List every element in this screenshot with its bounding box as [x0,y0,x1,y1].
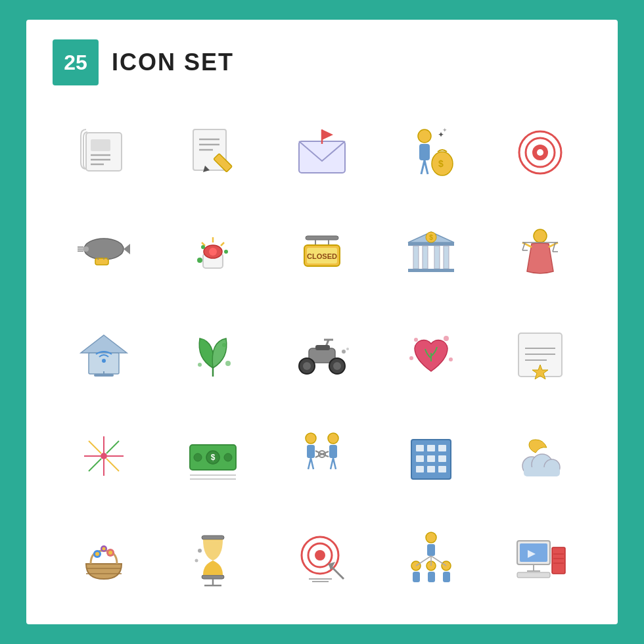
svg-point-43 [224,250,228,254]
svg-text:✦: ✦ [442,127,448,133]
icon-hourglass [162,510,264,605]
icon-night-cloud [489,409,591,503]
svg-point-149 [108,551,112,555]
icon-target-arrow [271,510,373,605]
svg-line-17 [425,160,428,174]
svg-rect-134 [416,455,424,462]
svg-marker-68 [81,335,127,353]
svg-line-41 [221,242,224,246]
svg-text:$: $ [438,158,444,169]
svg-point-60 [534,229,547,242]
svg-point-82 [333,362,341,370]
svg-marker-13 [322,129,333,140]
icon-woman-justice [489,206,591,301]
svg-point-32 [83,246,89,252]
svg-line-105 [106,441,119,453]
svg-point-80 [303,362,311,370]
svg-rect-138 [427,466,435,472]
header: 25 ICON SET [53,39,591,85]
icon-newspaper [53,105,155,200]
icon-target [489,105,591,200]
icon-heart-plant [380,308,482,402]
svg-rect-168 [413,572,420,582]
icon-closed-sign: CLOSED [271,206,373,301]
svg-point-38 [209,248,217,256]
svg-point-14 [418,129,431,143]
svg-text:$: $ [429,234,433,241]
svg-rect-122 [329,445,337,458]
svg-rect-57 [408,269,454,272]
icon-leaf [162,308,264,402]
icon-certificate [489,308,591,402]
svg-rect-11 [299,141,345,173]
badge-number: 25 [53,39,99,85]
svg-point-76 [198,363,202,367]
svg-point-87 [346,348,349,350]
icon-computer-book [489,510,591,605]
icon-bank: $ [380,206,482,301]
page-title: ICON SET [112,49,234,76]
svg-rect-27 [95,258,108,265]
svg-point-147 [95,552,99,556]
svg-point-92 [449,357,453,361]
svg-rect-52 [408,242,454,246]
icon-edit-document [162,105,264,200]
svg-rect-139 [438,466,446,472]
svg-point-98 [101,453,107,459]
svg-line-62 [549,242,558,247]
svg-rect-85 [315,345,330,350]
svg-point-121 [328,433,338,444]
icons-grid: ✦ ✦ $ [53,105,591,605]
svg-point-113 [194,453,202,461]
svg-rect-69 [89,353,119,374]
svg-point-91 [409,356,413,360]
svg-line-106 [89,459,101,471]
svg-point-90 [444,336,449,341]
svg-text:$: $ [211,453,216,462]
svg-point-77 [225,361,231,366]
svg-point-89 [414,338,418,342]
svg-rect-135 [427,455,435,462]
svg-line-124 [333,458,336,469]
icon-smart-home [53,308,155,402]
svg-point-75 [222,343,226,347]
svg-point-42 [197,258,202,263]
svg-point-70 [102,359,106,363]
svg-point-156 [198,549,202,553]
svg-rect-53 [413,246,419,269]
icon-airship [53,206,155,301]
svg-point-165 [426,532,436,543]
svg-marker-31 [124,244,130,254]
svg-rect-0 [86,133,122,171]
svg-point-151 [103,547,106,551]
svg-rect-152 [202,536,224,540]
icon-building [380,409,482,503]
icon-money-paper: $ [162,409,264,503]
icon-atv [271,308,373,402]
svg-text:CLOSED: CLOSED [307,252,337,260]
svg-rect-181 [552,547,565,574]
svg-point-26 [84,239,124,260]
svg-rect-137 [416,466,424,472]
svg-point-117 [306,433,316,444]
svg-rect-170 [428,572,435,582]
main-card: 25 ICON SET [26,20,618,624]
svg-rect-45 [306,236,338,240]
icon-alarm [162,206,264,301]
svg-rect-1 [91,139,110,151]
svg-rect-118 [307,445,315,458]
svg-point-157 [195,559,198,563]
svg-rect-177 [520,543,547,562]
svg-rect-172 [443,572,450,582]
svg-rect-131 [416,445,424,451]
icon-handcuffed [271,409,373,503]
svg-rect-133 [438,445,446,451]
svg-rect-180 [517,572,550,578]
icon-flagged-mail [271,105,373,200]
icon-basket-flowers [53,510,155,605]
svg-rect-71 [94,374,114,377]
svg-rect-15 [419,144,430,160]
svg-point-86 [342,350,346,354]
svg-point-25 [537,149,543,156]
svg-point-44 [201,245,205,249]
